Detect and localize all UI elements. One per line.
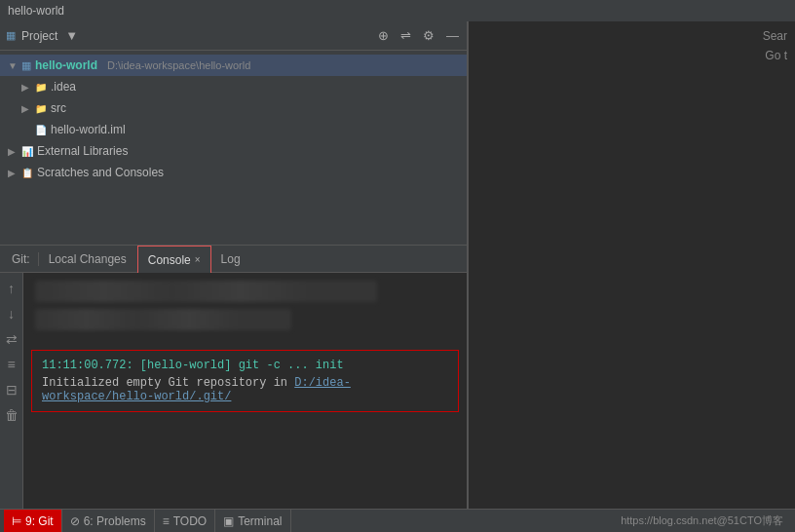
root-path: D:\idea-workspace\hello-world: [107, 59, 250, 71]
project-dropdown-icon[interactable]: ▼: [63, 26, 80, 45]
right-panel: Sear Go t: [468, 21, 795, 532]
tab-log[interactable]: Log: [211, 246, 251, 273]
console-line2-prefix: Initialized empty Git repository in: [42, 376, 294, 390]
project-folder-icon: ▦: [6, 29, 16, 42]
equalize-icon[interactable]: ⇌: [398, 26, 413, 45]
tab-console-close[interactable]: ×: [195, 254, 201, 265]
minus-icon[interactable]: ⊟: [4, 380, 19, 399]
tab-local-changes[interactable]: Local Changes: [39, 246, 137, 273]
blurred-row: [35, 281, 377, 302]
idea-label: .idea: [51, 80, 76, 94]
root-folder-icon: ▦: [21, 59, 31, 72]
tree-item[interactable]: 📄 hello-world.iml: [0, 119, 467, 140]
trash-icon[interactable]: 🗑: [3, 405, 20, 425]
tab-local-changes-label: Local Changes: [49, 252, 127, 266]
scratches-label: Scratches and Consoles: [37, 166, 164, 179]
minimize-icon[interactable]: —: [444, 26, 461, 45]
list-icon[interactable]: ≡: [5, 355, 17, 374]
file-tree-section: ▼ ▦ hello-world D:\idea-workspace\hello-…: [0, 51, 467, 246]
toolbar-icons: ⊕ ⇌ ⚙ —: [376, 26, 461, 45]
git-status-label: 9: Git: [25, 514, 54, 528]
status-watermark: https://blog.csdn.net@51CTO博客: [613, 513, 791, 528]
todo-icon: ≡: [163, 514, 170, 528]
root-name: hello-world: [35, 58, 97, 72]
tree-item[interactable]: ▶ 📊 External Libraries: [0, 140, 467, 162]
todo-label: TODO: [173, 514, 207, 528]
git-status-icon: ⊨: [12, 514, 21, 528]
problems-icon: ⊘: [70, 514, 80, 528]
status-bar: ⊨ 9: Git ⊘ 6: Problems ≡ TODO ▣ Terminal…: [0, 509, 795, 532]
src-label: src: [51, 101, 66, 115]
status-terminal[interactable]: ▣ Terminal: [215, 510, 290, 533]
console-output: 11:11:00.772: [hello-world] git -c ... i…: [23, 338, 467, 532]
left-panel: ▦ Project ▼ ⊕ ⇌ ⚙ — ▼ ▦ hello-world D:\i…: [0, 21, 468, 532]
status-todo[interactable]: ≡ TODO: [155, 510, 215, 533]
root-arrow: ▼: [8, 60, 18, 71]
terminal-label: Terminal: [238, 514, 282, 528]
problems-label: 6: Problems: [84, 514, 146, 528]
up-icon[interactable]: ↑: [6, 279, 17, 298]
main-layout: ▦ Project ▼ ⊕ ⇌ ⚙ — ▼ ▦ hello-world D:\i…: [0, 21, 795, 532]
idea-arrow: ▶: [21, 82, 31, 93]
tree-item[interactable]: ▶ 📋 Scratches and Consoles: [0, 162, 467, 183]
console-box: 11:11:00.772: [hello-world] git -c ... i…: [31, 350, 459, 412]
console-line1: 11:11:00.772: [hello-world] git -c ... i…: [42, 359, 448, 372]
src-arrow: ▶: [21, 103, 31, 114]
tab-console-label: Console: [148, 253, 191, 267]
app-title: hello-world: [8, 4, 64, 18]
side-icons-panel: ↑ ↓ ⇄ ≡ ⊟ 🗑: [0, 273, 23, 532]
iml-label: hello-world.iml: [51, 123, 126, 136]
git-tabs-bar: Git: Local Changes Console × Log: [0, 246, 467, 273]
tab-log-label: Log: [221, 252, 241, 266]
extlib-icon: 📊: [21, 146, 33, 157]
terminal-icon: ▣: [223, 514, 234, 528]
idea-folder-icon: 📁: [35, 82, 47, 93]
tab-console[interactable]: Console ×: [137, 246, 211, 273]
file-tree: ▼ ▦ hello-world D:\idea-workspace\hello-…: [0, 51, 467, 187]
git-bottom-section: Git: Local Changes Console × Log ↑ ↓: [0, 246, 467, 532]
refresh-icon[interactable]: ⇄: [4, 329, 19, 349]
title-bar: hello-world: [0, 0, 795, 21]
iml-file-icon: 📄: [35, 125, 47, 135]
scratches-arrow: ▶: [8, 168, 18, 178]
status-git[interactable]: ⊨ 9: Git: [4, 510, 62, 533]
project-label: Project: [21, 29, 57, 43]
tree-root[interactable]: ▼ ▦ hello-world D:\idea-workspace\hello-…: [0, 55, 467, 76]
tree-item[interactable]: ▶ 📁 src: [0, 97, 467, 119]
console-line1-text: 11:11:00.772: [hello-world] git -c ... i…: [42, 359, 344, 372]
src-folder-icon: 📁: [35, 103, 47, 114]
git-label: Git:: [4, 252, 39, 266]
search-hint: Sear: [763, 29, 787, 43]
git-content: ↑ ↓ ⇄ ≡ ⊟ 🗑: [0, 273, 467, 532]
extlib-label: External Libraries: [37, 144, 128, 158]
scratches-icon: 📋: [21, 168, 33, 178]
tree-item[interactable]: ▶ 📁 .idea: [0, 76, 467, 97]
blurred-content: [23, 273, 467, 338]
globe-icon[interactable]: ⊕: [376, 26, 391, 45]
gear-icon[interactable]: ⚙: [421, 26, 436, 45]
watermark-text: https://blog.csdn.net@51CTO博客: [621, 514, 783, 526]
goto-hint: Go t: [765, 49, 787, 62]
status-problems[interactable]: ⊘ 6: Problems: [62, 510, 155, 533]
project-toolbar: ▦ Project ▼ ⊕ ⇌ ⚙ —: [0, 21, 467, 51]
console-content-area: 11:11:00.772: [hello-world] git -c ... i…: [23, 273, 467, 532]
console-line2: Initialized empty Git repository in D:/i…: [42, 376, 448, 403]
blurred-row: [35, 309, 291, 330]
down-icon[interactable]: ↓: [6, 304, 17, 323]
extlib-arrow: ▶: [8, 146, 18, 157]
